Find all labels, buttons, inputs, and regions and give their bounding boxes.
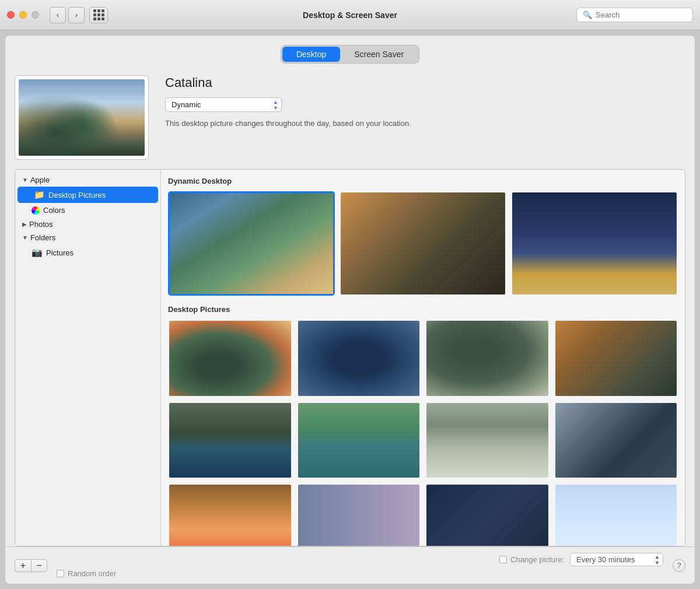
preview-description: This desktop picture changes throughout … (165, 119, 685, 128)
search-bar[interactable]: 🔍 (576, 8, 693, 22)
wallpaper-thumb-12[interactable] (554, 483, 678, 546)
main-window: Desktop Screen Saver Catalina Dynamic Li… (5, 35, 695, 584)
sidebar-desktop-pictures-label: Desktop Pictures (48, 191, 106, 199)
search-icon: 🔍 (583, 10, 592, 19)
dropdown-row: Dynamic Light (Still) Dark (Still) ▲ ▼ (165, 97, 685, 112)
desktop-pictures-grid (168, 320, 678, 546)
wallpaper-image-5 (169, 403, 291, 478)
nav-buttons: ‹ › (50, 7, 85, 23)
sidebar-colors-label: Colors (43, 206, 65, 215)
sidebar-item-colors[interactable]: Colors (15, 203, 160, 218)
wallpaper-image-catalina-day (170, 193, 333, 294)
wallpaper-image-6 (298, 403, 420, 478)
preview-image (19, 79, 145, 156)
minimize-button[interactable] (19, 11, 27, 19)
sidebar-section-apple[interactable]: ▼ Apple (15, 173, 160, 187)
wallpaper-thumb-11[interactable] (425, 483, 550, 546)
sidebar-apple-label: Apple (30, 176, 50, 184)
interval-dropdown-wrapper[interactable]: Every 30 minutes Every 5 minutes Every h… (570, 553, 663, 566)
add-button[interactable]: + (15, 559, 31, 572)
wallpaper-image-mojave (341, 192, 505, 294)
back-button[interactable]: ‹ (50, 7, 66, 23)
wallpaper-thumb-1[interactable] (168, 320, 292, 397)
sidebar-folders-label: Folders (30, 233, 55, 242)
tabs-row: Desktop Screen Saver (5, 36, 695, 71)
preview-title: Catalina (165, 75, 685, 90)
tab-desktop[interactable]: Desktop (282, 47, 340, 62)
search-input[interactable] (596, 10, 687, 19)
wallpaper-thumb-10[interactable] (297, 483, 421, 546)
wallpaper-image-7 (426, 403, 548, 478)
bottom-options: Change picture: Every 30 minutes Every 5… (57, 553, 663, 578)
traffic-lights (7, 11, 39, 19)
change-picture-row: Change picture: Every 30 minutes Every 5… (499, 553, 663, 566)
close-button[interactable] (7, 11, 15, 19)
wallpaper-thumb-2[interactable] (297, 320, 421, 397)
random-order-text: Random order (68, 569, 116, 578)
change-picture-label[interactable]: Change picture: (499, 555, 564, 564)
wallpaper-image-9 (169, 485, 291, 546)
maximize-button[interactable] (32, 11, 39, 19)
wallpaper-thumb-5[interactable] (168, 402, 292, 479)
wallpaper-thumb-mojave-dynamic[interactable] (340, 191, 506, 296)
folder-icon: 📁 (34, 190, 45, 200)
triangle-right-icon: ▶ (22, 221, 27, 227)
wallpaper-thumb-4[interactable] (554, 320, 678, 397)
grid-view-button[interactable] (89, 7, 108, 23)
bottom-split: ▼ Apple 📁 Desktop Pictures Colors ▶ Phot… (15, 169, 685, 546)
help-button[interactable]: ? (673, 559, 685, 572)
bottom-bar: + − Change picture: Every 30 minutes Eve… (5, 546, 695, 584)
wallpaper-thumb-3[interactable] (425, 320, 550, 397)
wallpaper-thumb-catalina-dynamic[interactable] (168, 191, 335, 296)
wallpaper-thumb-7[interactable] (425, 402, 550, 479)
sidebar-item-pictures[interactable]: 📷 Pictures (15, 244, 160, 261)
grid-icon (93, 9, 104, 20)
sidebar-section-photos[interactable]: ▶ Photos (15, 218, 160, 231)
sidebar-item-desktop-pictures[interactable]: 📁 Desktop Pictures (18, 187, 158, 203)
forward-button[interactable]: › (68, 7, 85, 23)
tabs-container: Desktop Screen Saver (281, 45, 419, 64)
dropdown-wrapper[interactable]: Dynamic Light (Still) Dark (Still) ▲ ▼ (165, 97, 282, 112)
wallpaper-thumb-6[interactable] (297, 402, 421, 479)
wallpaper-image-10 (298, 485, 420, 546)
remove-button[interactable]: − (31, 559, 47, 572)
wallpaper-image-4 (555, 321, 677, 396)
dynamic-desktop-title: Dynamic Desktop (168, 177, 678, 185)
random-order-label[interactable]: Random order (57, 569, 663, 578)
wallpaper-image-3 (426, 321, 548, 396)
wallpaper-image-sky (512, 192, 677, 294)
wallpaper-thumb-8[interactable] (554, 402, 678, 479)
preview-image-container (15, 75, 149, 160)
preview-info: Catalina Dynamic Light (Still) Dark (Sti… (165, 75, 685, 128)
sidebar: ▼ Apple 📁 Desktop Pictures Colors ▶ Phot… (15, 170, 161, 546)
change-picture-checkbox[interactable] (499, 556, 507, 563)
wallpaper-image-1 (169, 321, 291, 396)
content-area: Catalina Dynamic Light (Still) Dark (Sti… (5, 71, 695, 546)
pictures-folder-icon: 📷 (32, 247, 43, 258)
style-dropdown[interactable]: Dynamic Light (Still) Dark (Still) (165, 97, 282, 112)
sidebar-photos-label: Photos (29, 220, 52, 229)
desktop-pictures-title: Desktop Pictures (168, 305, 678, 314)
triangle-down-icon: ▼ (22, 177, 28, 183)
wallpaper-thumb-sky-dynamic[interactable] (511, 191, 678, 296)
wallpaper-image-8 (555, 403, 677, 478)
triangle-down-icon-2: ▼ (22, 234, 28, 241)
change-picture-text: Change picture: (510, 555, 564, 564)
add-remove-buttons: + − (15, 559, 47, 572)
tab-screen-saver[interactable]: Screen Saver (340, 47, 418, 62)
title-bar: ‹ › Desktop & Screen Saver 🔍 (0, 0, 700, 30)
colors-icon (32, 206, 40, 215)
wallpaper-image-12 (555, 485, 677, 546)
preview-image-inner (19, 79, 145, 156)
random-order-checkbox[interactable] (57, 570, 64, 577)
wallpaper-image-11 (426, 485, 548, 546)
interval-dropdown[interactable]: Every 30 minutes Every 5 minutes Every h… (570, 553, 663, 566)
sidebar-pictures-label: Pictures (46, 248, 74, 257)
wallpaper-area: Dynamic Desktop Desktop Pictures (161, 170, 685, 546)
wallpaper-thumb-9[interactable] (168, 483, 292, 546)
preview-section: Catalina Dynamic Light (Still) Dark (Sti… (15, 71, 685, 169)
window-title: Desktop & Screen Saver (303, 10, 397, 20)
dynamic-desktop-grid (168, 191, 678, 296)
wallpaper-image-2 (298, 321, 420, 396)
sidebar-section-folders[interactable]: ▼ Folders (15, 231, 160, 244)
